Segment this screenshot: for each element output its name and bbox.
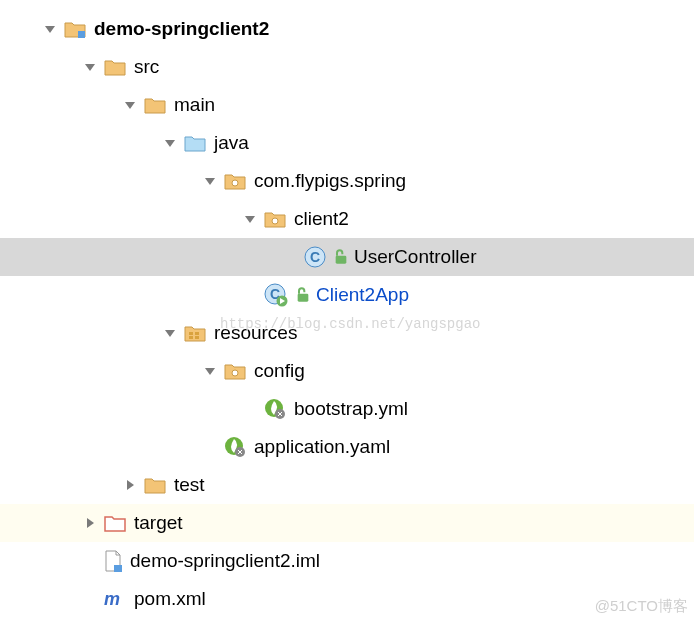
node-client2app[interactable]: C Client2App [0, 276, 694, 314]
java-label: java [214, 132, 249, 154]
svg-rect-13 [195, 336, 199, 339]
node-project-root[interactable]: demo-springclient2 [0, 10, 694, 48]
node-resources[interactable]: resources [0, 314, 694, 352]
svg-rect-11 [195, 332, 199, 335]
iml-label: demo-springclient2.iml [130, 550, 320, 572]
node-java[interactable]: java [0, 124, 694, 162]
svg-rect-12 [189, 336, 193, 339]
node-user-controller[interactable]: C UserController [0, 238, 694, 276]
svg-point-2 [272, 218, 278, 224]
svg-rect-9 [298, 294, 309, 302]
collapse-arrow-icon[interactable] [82, 515, 98, 531]
expand-arrow-icon[interactable] [162, 135, 178, 151]
source-folder-icon [184, 134, 206, 152]
lock-open-icon [296, 287, 310, 303]
svg-rect-19 [114, 565, 122, 572]
folder-icon [144, 476, 166, 494]
class-icon: C [304, 246, 326, 268]
iml-file-icon [104, 550, 122, 572]
folder-icon [104, 58, 126, 76]
expand-arrow-icon[interactable] [242, 211, 258, 227]
package-icon [224, 362, 246, 380]
expand-arrow-icon[interactable] [202, 173, 218, 189]
svg-point-14 [232, 370, 238, 376]
spring-config-icon [224, 436, 246, 458]
expand-arrow-icon[interactable] [82, 59, 98, 75]
client2-label: client2 [294, 208, 349, 230]
bootstrap-label: bootstrap.yml [294, 398, 408, 420]
node-client2[interactable]: client2 [0, 200, 694, 238]
excluded-folder-icon [104, 514, 126, 532]
config-label: config [254, 360, 305, 382]
svg-text:m: m [104, 589, 120, 609]
lock-open-icon [334, 249, 348, 265]
expand-arrow-icon[interactable] [122, 97, 138, 113]
runnable-class-icon: C [264, 283, 288, 307]
node-main[interactable]: main [0, 86, 694, 124]
application-label: application.yaml [254, 436, 390, 458]
package-icon [264, 210, 286, 228]
node-application-yaml[interactable]: application.yaml [0, 428, 694, 466]
node-pom[interactable]: m pom.xml [0, 580, 694, 618]
folder-icon [144, 96, 166, 114]
expand-arrow-icon[interactable] [202, 363, 218, 379]
src-label: src [134, 56, 159, 78]
expand-arrow-icon[interactable] [162, 325, 178, 341]
user-controller-label: UserController [354, 246, 476, 268]
target-label: target [134, 512, 183, 534]
client2app-label: Client2App [316, 284, 409, 306]
spring-config-icon [264, 398, 286, 420]
svg-point-1 [232, 180, 238, 186]
node-iml[interactable]: demo-springclient2.iml [0, 542, 694, 580]
main-label: main [174, 94, 215, 116]
node-src[interactable]: src [0, 48, 694, 86]
project-tree[interactable]: demo-springclient2 src main java [0, 0, 694, 618]
node-package[interactable]: com.flypigs.spring [0, 162, 694, 200]
package-icon [224, 172, 246, 190]
resources-folder-icon [184, 324, 206, 342]
node-config[interactable]: config [0, 352, 694, 390]
node-target[interactable]: target [0, 504, 694, 542]
maven-icon: m [104, 589, 126, 609]
pom-label: pom.xml [134, 588, 206, 610]
svg-rect-0 [78, 31, 85, 38]
package-label: com.flypigs.spring [254, 170, 406, 192]
node-test[interactable]: test [0, 466, 694, 504]
test-label: test [174, 474, 205, 496]
resources-label: resources [214, 322, 297, 344]
module-folder-icon [64, 20, 86, 38]
expand-arrow-icon[interactable] [42, 21, 58, 37]
collapse-arrow-icon[interactable] [122, 477, 138, 493]
node-bootstrap-yml[interactable]: bootstrap.yml [0, 390, 694, 428]
svg-rect-10 [189, 332, 193, 335]
svg-rect-5 [336, 256, 347, 264]
project-root-label: demo-springclient2 [94, 18, 269, 40]
svg-text:C: C [310, 249, 320, 265]
